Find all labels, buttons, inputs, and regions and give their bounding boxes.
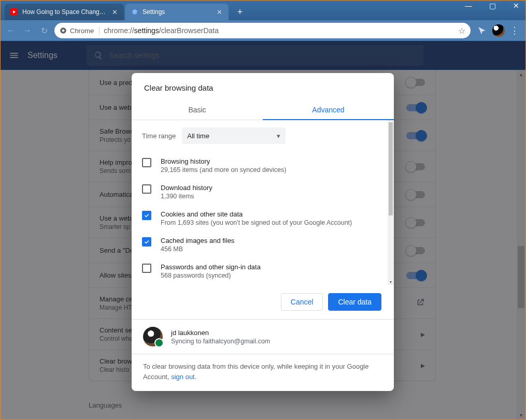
chrome-menu-button[interactable]: ⋮ (510, 25, 519, 36)
svg-point-1 (62, 30, 65, 32)
youtube-icon (10, 8, 18, 16)
window-controls: — ▢ ✕ (461, 2, 523, 10)
dialog-account-footer: jd laukkonen Syncing to faithalcyon@gmai… (132, 319, 394, 354)
checklist-item: Cached images and files456 MB (142, 231, 383, 258)
dialog-actions: Cancel Clear data (132, 285, 394, 319)
check-item-title: Passwords and other sign-in data (161, 263, 261, 271)
tab-advanced[interactable]: Advanced (263, 99, 394, 120)
minimize-button[interactable]: — (461, 2, 476, 10)
account-avatar (143, 327, 163, 346)
back-button[interactable]: ← (5, 24, 17, 37)
check-item-title: Browsing history (161, 157, 287, 165)
time-range-value: All time (187, 132, 209, 140)
checklist-item: Cookies and other site dataFrom 1,693 si… (142, 205, 383, 231)
browser-tab-settings[interactable]: Settings ✕ (125, 4, 229, 20)
dialog-tabs: Basic Advanced (132, 99, 394, 120)
time-range-label: Time range (142, 132, 176, 140)
browser-toolbar: ← → ↻ Chrome chrome://settings/clearBrow… (1, 20, 525, 41)
maximize-button[interactable]: ▢ (485, 2, 500, 10)
checkbox[interactable] (142, 211, 151, 220)
checklist-item: Download history1,390 items (142, 179, 383, 205)
chevron-down-icon: ▾ (277, 132, 280, 140)
tab-strip: How Going to Space Changes the ✕ Setting… (1, 1, 247, 20)
clear-browsing-data-dialog: Clear browsing data Basic Advanced Time … (132, 73, 394, 391)
tab-title: Settings (143, 8, 212, 16)
sign-out-link[interactable]: sign out (171, 373, 195, 381)
close-icon[interactable]: ✕ (215, 8, 223, 16)
window-titlebar: How Going to Space Changes the ✕ Setting… (1, 1, 525, 20)
browser-tab-youtube[interactable]: How Going to Space Changes the ✕ (5, 4, 124, 20)
checkbox[interactable] (142, 237, 151, 247)
checkbox[interactable] (142, 158, 151, 167)
address-bar[interactable]: Chrome chrome://settings/clearBrowserDat… (54, 23, 471, 38)
check-item-subtitle: 1,390 items (161, 193, 212, 200)
dialog-note: To clear browsing data from this device … (132, 354, 394, 391)
time-range-row: Time range All time ▾ (142, 127, 383, 144)
chrome-label: Chrome (70, 27, 94, 35)
checkbox[interactable] (142, 184, 151, 194)
tab-title: How Going to Space Changes the (22, 8, 107, 16)
check-item-title: Download history (161, 184, 212, 192)
gear-icon (130, 8, 138, 16)
check-item-subtitle: 29,165 items (and more on synced devices… (161, 166, 287, 173)
chrome-icon (60, 27, 67, 34)
checklist-item: Autofill form data (142, 284, 383, 285)
bookmark-star-icon[interactable]: ☆ (458, 26, 465, 36)
close-window-button[interactable]: ✕ (509, 2, 523, 10)
reload-button[interactable]: ↻ (38, 24, 50, 37)
checklist-item: Browsing history29,165 items (and more o… (142, 152, 383, 179)
dialog-scrollbar[interactable]: ▾ (388, 120, 394, 285)
check-item-subtitle: 568 passwords (synced) (161, 272, 261, 279)
check-item-subtitle: 456 MB (161, 245, 234, 253)
time-range-select[interactable]: All time ▾ (182, 127, 286, 144)
checklist-item: Passwords and other sign-in data568 pass… (142, 258, 383, 284)
scroll-down-arrow[interactable]: ▾ (388, 279, 394, 285)
checkbox[interactable] (142, 264, 151, 273)
check-item-title: Cached images and files (161, 237, 234, 244)
cancel-button[interactable]: Cancel (281, 293, 323, 311)
extension-icon[interactable] (477, 25, 487, 36)
close-icon[interactable]: ✕ (110, 8, 119, 16)
scrollbar-thumb[interactable] (389, 122, 393, 215)
clear-data-button[interactable]: Clear data (328, 293, 381, 311)
url-text: chrome://settings/clearBrowserData (104, 26, 454, 35)
new-tab-button[interactable]: + (233, 5, 247, 19)
site-chip: Chrome (60, 27, 99, 35)
profile-avatar[interactable] (492, 24, 505, 37)
check-item-title: Cookies and other site data (161, 210, 352, 218)
tab-basic[interactable]: Basic (132, 99, 263, 120)
check-item-subtitle: From 1,693 sites (you won't be signed ou… (161, 219, 352, 226)
account-sync-status: Syncing to faithalcyon@gmail.com (171, 338, 270, 345)
account-name: jd laukkonen (171, 329, 270, 337)
dialog-content: Time range All time ▾ Browsing history29… (132, 120, 394, 285)
dialog-title: Clear browsing data (132, 73, 394, 99)
forward-button[interactable]: → (21, 24, 34, 37)
